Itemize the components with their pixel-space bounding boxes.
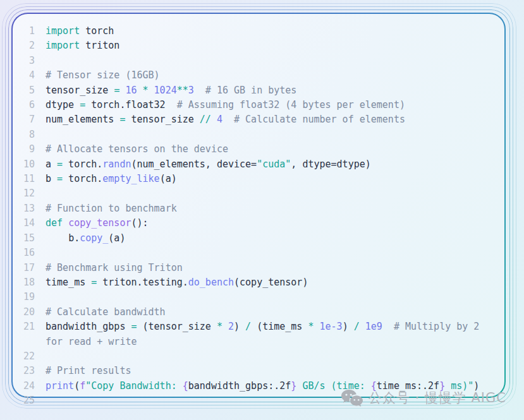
- watermark: 公众号 · 慢慢学 AIGC: [341, 388, 506, 407]
- code-line: 23# Print results: [18, 364, 488, 378]
- code-text: import torch: [46, 24, 488, 39]
- line-number: 6: [18, 98, 35, 112]
- line-number: 20: [18, 305, 35, 320]
- line-number: 13: [18, 201, 35, 216]
- line-number: 24: [18, 379, 35, 393]
- code-line: 2import triton: [18, 39, 488, 53]
- line-number: 16: [18, 246, 35, 260]
- page: { "colors": { "page_bg_start": "#e9eaf8"…: [0, 0, 524, 420]
- line-number: 11: [18, 172, 35, 186]
- code-text: a = torch.randn(num_elements, device="cu…: [46, 157, 488, 172]
- line-number: 1: [18, 24, 35, 39]
- code-line: 13# Function to benchmark: [18, 201, 488, 216]
- line-number: 19: [18, 290, 35, 304]
- code-line: 19: [18, 290, 488, 304]
- code-text: time_ms = triton.testing.do_bench(copy_t…: [46, 275, 488, 290]
- code-line: 9# Allocate tensors on the device: [18, 142, 488, 157]
- line-number: 7: [18, 112, 35, 127]
- code-text: dtype = torch.float32 # Assuming float32…: [46, 98, 488, 112]
- code-line: 17# Benchmark using Triton: [18, 261, 488, 275]
- code-text: # Allocate tensors on the device: [46, 142, 488, 157]
- line-number: 22: [18, 349, 35, 364]
- code-text: bandwidth_gbps = (tensor_size * 2) / (ti…: [46, 320, 488, 349]
- code-line: 5tensor_size = 16 * 1024**3 # 16 GB in b…: [18, 83, 488, 98]
- code-line: 8: [18, 128, 488, 142]
- code-line: 22: [18, 349, 488, 364]
- line-number: 12: [18, 186, 35, 201]
- line-number: 9: [18, 142, 35, 157]
- line-number: 2: [18, 39, 35, 53]
- code-text: [46, 54, 488, 68]
- code-line: 20# Calculate bandwidth: [18, 305, 488, 320]
- code-panel: 1import torch2import triton34# Tensor si…: [11, 13, 506, 398]
- watermark-text: 公众号 · 慢慢学 AIGC: [369, 389, 506, 407]
- line-number: 10: [18, 157, 35, 172]
- line-number: 3: [18, 54, 35, 68]
- code-line: 4# Tensor size (16GB): [18, 68, 488, 83]
- code-line: 1import torch: [18, 24, 488, 39]
- line-number: 4: [18, 68, 35, 83]
- code-text: b.copy_(a): [46, 231, 488, 246]
- line-number: 25: [18, 393, 35, 408]
- line-number: 8: [18, 128, 35, 142]
- code-text: # Tensor size (16GB): [46, 68, 488, 83]
- code-line: 18time_ms = triton.testing.do_bench(copy…: [18, 275, 488, 290]
- line-number: 5: [18, 83, 35, 98]
- code-text: b = torch.empty_like(a): [46, 172, 488, 186]
- code-text: # Calculate bandwidth: [46, 305, 488, 320]
- code-text: # Benchmark using Triton: [46, 261, 488, 275]
- code-text: [46, 246, 488, 260]
- code-line: 10a = torch.randn(num_elements, device="…: [18, 157, 488, 172]
- code-line: 15 b.copy_(a): [18, 231, 488, 246]
- line-number: 21: [18, 320, 35, 349]
- code-lines: 1import torch2import triton34# Tensor si…: [18, 24, 488, 409]
- code-line: 11b = torch.empty_like(a): [18, 172, 488, 186]
- code-text: [46, 186, 488, 201]
- code-text: # Print results: [46, 364, 488, 378]
- code-line: 12: [18, 186, 488, 201]
- code-line: 16: [18, 246, 488, 260]
- line-number: 17: [18, 261, 35, 275]
- wechat-icon: [341, 388, 363, 407]
- code-text: # Function to benchmark: [46, 201, 488, 216]
- code-line: 21bandwidth_gbps = (tensor_size * 2) / (…: [18, 320, 488, 349]
- line-number: 18: [18, 275, 35, 290]
- code-line: 6dtype = torch.float32 # Assuming float3…: [18, 98, 488, 112]
- line-number: 15: [18, 231, 35, 246]
- code-text: import triton: [46, 39, 488, 53]
- code-text: [46, 349, 488, 364]
- line-number: 23: [18, 364, 35, 378]
- code-text: def copy_tensor():: [46, 216, 488, 231]
- code-line: 3: [18, 54, 488, 68]
- code-text: tensor_size = 16 * 1024**3 # 16 GB in by…: [46, 83, 488, 98]
- code-text: num_elements = tensor_size // 4 # Calcul…: [46, 112, 488, 127]
- code-text: [46, 290, 488, 304]
- code-line: 7num_elements = tensor_size // 4 # Calcu…: [18, 112, 488, 127]
- code-text: [46, 128, 488, 142]
- line-number: 14: [18, 216, 35, 231]
- code-line: 14def copy_tensor():: [18, 216, 488, 231]
